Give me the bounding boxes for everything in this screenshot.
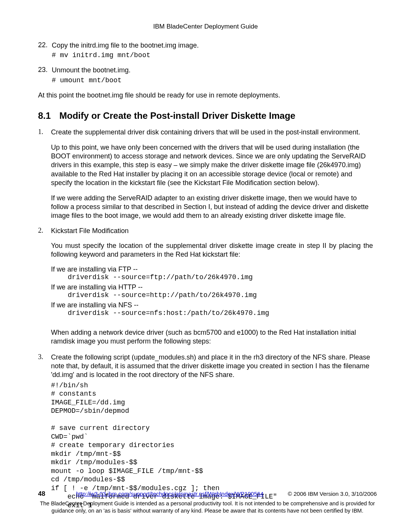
section-number: 8.1 [38,110,59,121]
list-2-tail: When adding a network device driver (suc… [51,328,373,346]
list-number: 2. [38,227,51,235]
step-number: 22. [38,41,52,50]
http-code: driverdisk --source=http://path/to/26k49… [68,291,373,299]
list-number: 3. [38,353,51,380]
closing-paragraph: At this point the bootnet.img file shoul… [38,91,373,100]
step-23-code: # umount mnt/boot [52,77,373,84]
list-number: 1. [38,128,51,137]
footer-link[interactable]: http://w3-03.ibm.com/support/techdocs/at… [76,490,276,497]
step-22-code: # mv initrd.img mnt/boot [52,51,373,59]
list-2-intro: You must specify the location of the sup… [51,241,373,259]
http-label: If we are installing via HTTP -- [51,283,373,291]
step-23: 23. Unmount the bootnet.img. [38,66,373,75]
list-1-para-2: If we were adding the ServeRAID adapter … [51,194,373,220]
list-item-3: 3. Create the following script (update_m… [38,353,373,380]
list-text: Create the following script (update_modu… [51,353,373,380]
section-heading: 8.1Modify or Create the Post-install Dri… [38,110,373,121]
footer-disclaimer: The BladeCenter Deployment Guide is inte… [38,500,377,514]
step-number: 23. [38,66,52,75]
list-text: Kickstart File Modification [51,227,373,235]
ftp-code: driverdisk --source=ftp://path/to/26k497… [68,273,373,281]
page-number: 48 [38,490,76,498]
step-text: Unmount the bootnet.img. [52,66,131,75]
ftp-label: If we are installing via FTP -- [51,265,373,273]
footer-copyright: © 2006 IBM Version 3.0, 3/10/2006 [288,490,377,497]
nfs-code: driverdisk --source=nfs:host:/path/to/26… [68,309,373,317]
section-title: Modify or Create the Post-install Driver… [59,110,295,121]
step-22: 22. Copy the initrd.img file to the boot… [38,41,373,50]
nfs-label: If we are installing via NFS -- [51,301,373,309]
page-footer: 48 http://w3-03.ibm.com/support/techdocs… [38,490,377,514]
page-header: IBM BladeCenter Deployment Guide [38,23,373,30]
list-text: Create the supplemental driver disk cont… [51,128,373,137]
list-item-1: 1. Create the supplemental driver disk c… [38,128,373,137]
list-item-2: 2. Kickstart File Modification [38,227,373,235]
step-text: Copy the initrd.img file to the bootnet.… [52,41,199,50]
list-1-para-1: Up to this point, we have only been conc… [51,143,373,188]
